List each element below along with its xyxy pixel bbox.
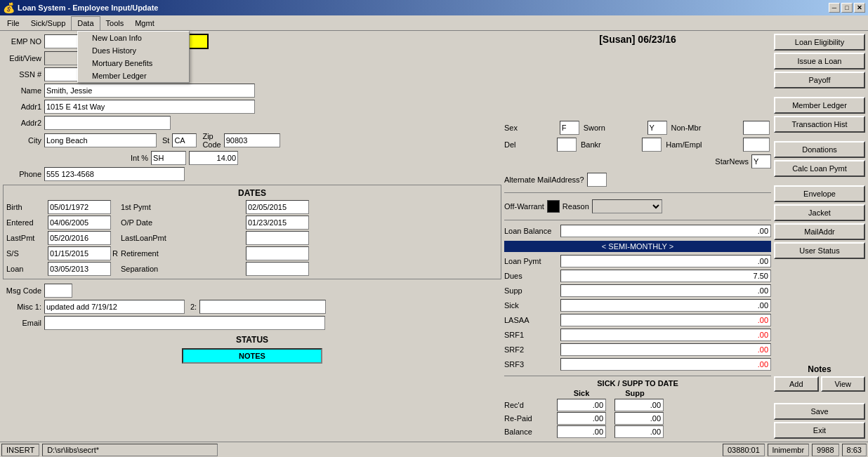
menu-sicksupp[interactable]: Sick/Supp: [25, 16, 72, 30]
del-input[interactable]: [557, 138, 577, 152]
ss-input[interactable]: [48, 246, 111, 260]
email-row: Email: [3, 316, 501, 330]
hamempl-input[interactable]: [743, 138, 770, 152]
lastpmt-input[interactable]: [48, 231, 111, 245]
st-input[interactable]: [172, 133, 197, 147]
save-button[interactable]: Save: [774, 403, 865, 420]
repaid-sick-value: .00: [557, 412, 606, 425]
close-button[interactable]: ✕: [854, 3, 865, 13]
sick-value: .00: [560, 299, 771, 312]
reason-select[interactable]: [592, 199, 662, 213]
zip-input[interactable]: [224, 133, 280, 147]
loan-pymt-row: Loan Pymt .00: [504, 255, 771, 267]
misc1-label: Misc 1:: [3, 303, 41, 311]
notes-add-button[interactable]: Add: [774, 376, 819, 392]
first-pymt-input[interactable]: [246, 200, 309, 214]
menu-mgmt[interactable]: Mgmt: [129, 16, 160, 30]
transaction-hist-button[interactable]: Transaction Hist: [774, 116, 865, 133]
srf3-value: .00: [560, 358, 771, 371]
ssn-label: SSN #: [3, 70, 41, 79]
calc-loan-pymt-button[interactable]: Calc Loan Pymt: [774, 160, 865, 177]
lasaa-label: LASAA: [504, 316, 560, 324]
addr1-label: Addr1: [3, 102, 41, 111]
int-sh-input[interactable]: [151, 151, 186, 165]
birth-input[interactable]: [48, 200, 111, 214]
sworn-input[interactable]: [647, 121, 667, 135]
recd-supp-value: .00: [614, 399, 664, 411]
main-content: EMP NO ACTIVE Edit/View SSN # Name A: [0, 31, 868, 442]
starnews-input[interactable]: [751, 154, 771, 168]
donations-button[interactable]: Donations: [774, 141, 865, 158]
user-status-button[interactable]: User Status: [774, 242, 865, 259]
phone-label: Phone: [3, 170, 41, 178]
app-icon: 💰: [3, 2, 15, 13]
addr1-input[interactable]: [44, 100, 255, 114]
dropdown-new-loan-info[interactable]: New Loan Info: [78, 32, 189, 44]
alt-mail-input[interactable]: [587, 173, 607, 187]
supp-value: .00: [560, 284, 771, 297]
payoff-button[interactable]: Payoff: [774, 72, 865, 88]
misc1-input[interactable]: [44, 300, 185, 314]
repaid-label: Re-Paid: [504, 414, 557, 423]
dates-title: DATES: [6, 188, 498, 198]
addr2-input[interactable]: [44, 116, 171, 130]
menu-data[interactable]: Data: [71, 16, 100, 30]
loan-date-input[interactable]: [48, 262, 111, 276]
jacket-button[interactable]: Jacket: [774, 204, 865, 221]
sex-input[interactable]: [560, 121, 579, 135]
loan-eligibility-button[interactable]: Loan Eligibility: [774, 34, 865, 51]
susan-header: [Susan] 06/23/16: [504, 34, 771, 119]
separation-input[interactable]: [246, 262, 309, 276]
sick-supp-section: SICK / SUPP TO DATE Sick Supp Rec'd .00 …: [504, 376, 771, 439]
off-warrant-row: Off-Warrant Reason: [504, 199, 771, 213]
misc2-input[interactable]: [199, 300, 326, 314]
phone-input[interactable]: [44, 167, 185, 181]
nonmbr-input[interactable]: [743, 121, 770, 135]
bankr-input[interactable]: [642, 138, 662, 152]
retirement-input[interactable]: [246, 246, 309, 260]
envelope-button[interactable]: Envelope: [774, 185, 865, 202]
lastpmt-label: LastPmt: [6, 234, 45, 242]
maximize-button[interactable]: □: [841, 3, 853, 13]
status-path: D:\sr\libs\secrt*: [42, 444, 218, 456]
menu-tools[interactable]: Tools: [100, 16, 130, 30]
notes-view-button[interactable]: View: [821, 376, 866, 392]
loan-balance-row: Loan Balance .00: [504, 225, 771, 237]
loan-balance-label: Loan Balance: [504, 227, 560, 235]
status-db: lnimembr: [768, 444, 809, 456]
notes-section: Notes Add View: [774, 364, 865, 392]
int-label: Int %: [131, 154, 148, 162]
sworn-label: Sworn: [584, 124, 645, 132]
srf1-value: .00: [560, 329, 771, 341]
srf2-label: SRF2: [504, 345, 560, 354]
issue-a-loan-button[interactable]: Issue a Loan: [774, 53, 865, 69]
supp-header: Supp: [610, 389, 659, 397]
addr2-label: Addr2: [3, 119, 41, 127]
msg-code-input[interactable]: [44, 284, 72, 298]
sick-row: Sick .00: [504, 299, 771, 312]
exit-button[interactable]: Exit: [774, 422, 865, 439]
city-input[interactable]: [44, 133, 157, 147]
srf3-label: SRF3: [504, 360, 560, 369]
entered-input[interactable]: [48, 216, 111, 230]
balance-label: Balance: [504, 428, 557, 436]
member-ledger-button[interactable]: Member Ledger: [774, 97, 865, 114]
int-pct-input[interactable]: [189, 151, 238, 165]
semi-monthly-bar: < SEMI-MONTHLY >: [504, 241, 771, 252]
status-notes-button[interactable]: NOTES: [182, 348, 322, 364]
recd-label: Rec'd: [504, 401, 557, 409]
menu-file[interactable]: File: [1, 16, 25, 30]
minimize-button[interactable]: ─: [829, 3, 840, 13]
op-date-input[interactable]: [246, 216, 309, 230]
name-input[interactable]: [44, 84, 255, 98]
sick-header: Sick: [557, 389, 606, 397]
name-label: Name: [3, 86, 41, 95]
lastloanpmt-input[interactable]: [246, 231, 309, 245]
srf2-value: .00: [560, 343, 771, 356]
window-controls: ─ □ ✕: [829, 3, 865, 13]
mailaddr-button[interactable]: MailAddr: [774, 223, 865, 240]
dropdown-dues-history[interactable]: Dues History: [78, 44, 189, 57]
dropdown-mortuary-benefits[interactable]: Mortuary Benefits: [78, 57, 189, 69]
email-input[interactable]: [44, 316, 325, 330]
dropdown-member-ledger[interactable]: Member Ledger: [78, 69, 189, 82]
